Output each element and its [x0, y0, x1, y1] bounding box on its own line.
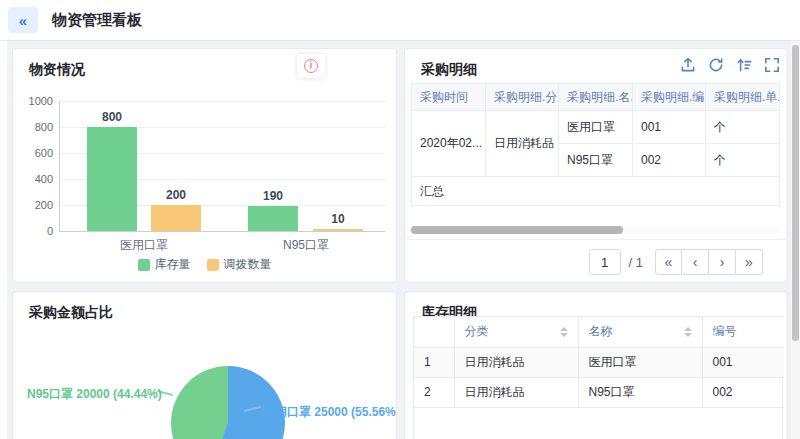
bar-value-label: 190	[263, 189, 283, 203]
double-chevron-left-icon: «	[19, 12, 27, 29]
legend-label: 调拨数量	[224, 256, 272, 273]
double-chevron-right-icon: »	[745, 254, 753, 270]
bar	[313, 229, 363, 231]
column-header-label: 名称	[589, 323, 613, 340]
column-header-category[interactable]: 分类	[454, 317, 578, 347]
y-tick: 1000	[19, 95, 53, 107]
double-chevron-left-icon: «	[665, 254, 673, 270]
bar-value-label: 10	[331, 212, 344, 226]
legend-swatch-orange	[207, 259, 219, 271]
x-axis-line	[59, 231, 385, 232]
y-tick: 400	[19, 173, 53, 185]
cell-code: 001	[633, 111, 706, 144]
y-tick: 0	[19, 225, 53, 237]
legend-item-inventory[interactable]: 库存量	[138, 256, 191, 273]
bar-chart: 1000 800 600 400 200 0 800 200 190	[13, 49, 396, 231]
x-category-medical-mask: 医用口罩	[84, 237, 204, 254]
pie-chart[interactable]	[171, 366, 285, 439]
sort-icon[interactable]	[684, 327, 692, 337]
table-hscrollbar-track[interactable]	[411, 226, 779, 234]
cell-category: 日用消耗品	[486, 111, 559, 177]
y-tick: 600	[19, 147, 53, 159]
bar-value-label: 800	[102, 110, 122, 124]
next-page-button[interactable]: ›	[709, 249, 736, 275]
fullscreen-icon[interactable]	[763, 56, 781, 74]
cell-name: N95口罩	[559, 144, 633, 177]
cell-index: 2	[414, 377, 454, 407]
legend-item-transfer[interactable]: 调拨数量	[207, 256, 272, 273]
panel-purchase-details: 采购明细	[404, 48, 788, 283]
bar	[248, 206, 298, 231]
panel-purchase-ratio: 采购金额占比 N95口罩 20000 (44.44%) 医用口罩 25000 (…	[12, 291, 397, 439]
cell-category: 日用消耗品	[454, 347, 578, 377]
legend-label: 库存量	[155, 256, 191, 273]
x-category-n95-mask: N95口罩	[246, 237, 366, 254]
pie-label-medical: 医用口罩 25000 (55.56%)	[263, 404, 397, 421]
column-header-time[interactable]: 采购时间	[412, 84, 486, 111]
cell-unit: 个	[706, 111, 780, 144]
cell-code: 002	[633, 144, 706, 177]
cell-code: 001	[702, 347, 784, 377]
first-page-button[interactable]: «	[655, 249, 682, 275]
last-page-button[interactable]: »	[736, 249, 763, 275]
sort-icon[interactable]	[560, 327, 568, 337]
collapsed-sidebar-strip	[0, 41, 7, 439]
page-number-input[interactable]	[589, 249, 621, 275]
inventory-table-wrap: 分类 名称 编号	[413, 316, 783, 439]
chevron-left-icon: ‹	[693, 254, 698, 270]
panel-inventory-details: 库存明细 分类 名称	[404, 291, 788, 439]
legend-swatch-green	[138, 259, 150, 271]
column-header-name[interactable]: 名称	[578, 317, 702, 347]
panel-title-purchase: 采购明细	[421, 61, 477, 79]
prev-page-button[interactable]: ‹	[682, 249, 709, 275]
cell-category: 日用消耗品	[454, 377, 578, 407]
chart-legend: 库存量 调拨数量	[13, 256, 396, 273]
cell-code: 002	[702, 377, 784, 407]
pie-label-n95: N95口罩 20000 (44.44%)	[27, 386, 153, 403]
bar-inventory-medical[interactable]: 800	[87, 110, 137, 231]
cell-index: 1	[414, 347, 454, 377]
purchase-table: 采购时间 采购明细.分... 采购明细.名... 采购明细.编... 采购明细.…	[411, 83, 780, 206]
table-row[interactable]: 1 日用消耗品 医用口罩 001	[414, 347, 784, 377]
y-tick: 800	[19, 121, 53, 133]
panel-title-ratio: 采购金额占比	[29, 304, 113, 322]
table-hscrollbar-thumb[interactable]	[411, 226, 623, 234]
column-header-code[interactable]: 采购明细.编...	[633, 84, 706, 111]
bar-transfer-medical[interactable]: 200	[151, 188, 201, 231]
cell-name: 医用口罩	[578, 347, 702, 377]
column-header-name[interactable]: 采购明细.名...	[559, 84, 633, 111]
export-icon[interactable]	[679, 56, 697, 74]
bar-transfer-n95[interactable]: 10	[313, 212, 363, 231]
chevron-right-icon: ›	[720, 254, 725, 270]
table-row[interactable]: 2020年02... 日用消耗品 医用口罩 001 个	[412, 111, 780, 144]
column-header-code[interactable]: 编号	[702, 317, 784, 347]
bar-inventory-n95[interactable]: 190	[248, 189, 298, 231]
bar	[151, 205, 201, 231]
table-header-row: 分类 名称 编号	[414, 317, 784, 347]
gridline	[59, 101, 385, 102]
table-toolbar	[679, 56, 781, 74]
cell-name: N95口罩	[578, 377, 702, 407]
pagination-bar: / 1 « ‹ › »	[405, 239, 787, 283]
page-scrollbar-track[interactable]	[791, 41, 800, 439]
cell-unit: 个	[706, 144, 780, 177]
bar	[87, 127, 137, 231]
summary-cell: 汇总	[412, 177, 780, 206]
page-scrollbar-thumb[interactable]	[792, 45, 799, 341]
y-axis-line	[59, 101, 60, 231]
table-row[interactable]: 2 日用消耗品 N95口罩 002	[414, 377, 784, 407]
column-header-unit[interactable]: 采购明细.单...	[706, 84, 780, 111]
pagination-buttons: « ‹ › »	[655, 249, 763, 275]
column-header-category[interactable]: 采购明细.分...	[486, 84, 559, 111]
inventory-table: 分类 名称 编号	[414, 317, 784, 408]
top-header: « 物资管理看板	[0, 0, 800, 41]
refresh-icon[interactable]	[707, 56, 725, 74]
dashboard-page: « 物资管理看板 物资情况 i 1000 800 600 400 200 0	[0, 0, 800, 439]
summary-row: 汇总	[412, 177, 780, 206]
y-tick: 200	[19, 199, 53, 211]
row-config-icon[interactable]	[735, 56, 753, 74]
page-total-label: / 1	[629, 255, 643, 270]
page-title: 物资管理看板	[52, 11, 142, 30]
collapse-sidebar-button[interactable]: «	[8, 7, 38, 33]
bar-value-label: 200	[166, 188, 186, 202]
